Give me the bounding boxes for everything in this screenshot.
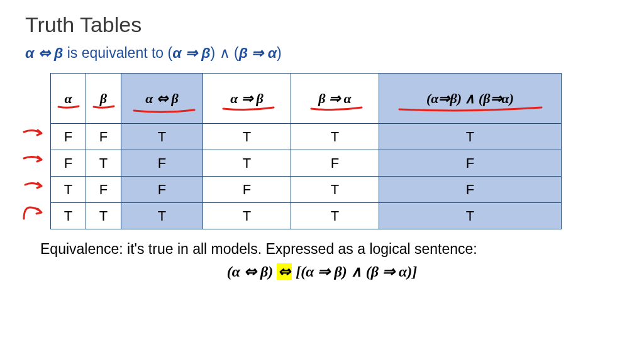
- sym-beta: β: [54, 45, 63, 61]
- table-cell: F: [203, 177, 291, 203]
- col-b-implies-a: β ⇒ α: [291, 74, 379, 124]
- table-row: TFFFTF: [51, 177, 562, 203]
- sym-alpha: α: [25, 45, 34, 61]
- table-cell: F: [86, 124, 121, 150]
- underline-icon: [310, 106, 363, 112]
- footer-text: Equivalence: it's true in all models. Ex…: [40, 241, 619, 258]
- formula-right: [(α ⇒ β) ∧ (β ⇒ α)]: [296, 263, 417, 280]
- table-cell: F: [379, 177, 562, 203]
- text-fragment: ) ∧ (: [211, 45, 239, 61]
- table-row: FFTTTT: [51, 124, 562, 150]
- table-cell: F: [51, 150, 86, 177]
- equivalence-formula: (α ⇔ β) ⇔ [(α ⇒ β) ∧ (β ⇒ α)]: [25, 263, 619, 280]
- sym-implies: ⇒: [252, 45, 264, 61]
- table-cell: T: [379, 124, 562, 150]
- header-label: (α⇒β) ∧ (β⇒α): [426, 90, 514, 106]
- text-fragment: ): [277, 45, 282, 61]
- table-cell: T: [51, 203, 86, 229]
- header-label: α ⇔ β: [145, 90, 178, 106]
- table-cell: F: [121, 150, 203, 177]
- table-cell: T: [121, 124, 203, 150]
- table-cell: T: [121, 203, 203, 229]
- col-a-implies-b: α ⇒ β: [203, 74, 291, 124]
- sym-beta: β: [201, 45, 210, 61]
- underline-icon: [133, 108, 196, 114]
- sym-iff: ⇔: [38, 45, 50, 61]
- col-conjunction: (α⇒β) ∧ (β⇒α): [379, 74, 562, 124]
- col-beta: β: [86, 74, 121, 124]
- header-label: α ⇒ β: [230, 90, 263, 106]
- underline-icon: [398, 106, 543, 113]
- table-cell: F: [86, 177, 121, 203]
- table-cell: T: [86, 150, 121, 177]
- row-arrow-icon: [21, 126, 47, 233]
- page-title: Truth Tables: [25, 13, 619, 37]
- header-label: α: [64, 90, 72, 106]
- table-row: FTFTFF: [51, 150, 562, 177]
- table-cell: T: [379, 203, 562, 229]
- table-cell: T: [203, 150, 291, 177]
- table-cell: T: [291, 203, 379, 229]
- formula-iff-highlight: ⇔: [277, 263, 292, 280]
- table-cell: T: [203, 124, 291, 150]
- table-cell: T: [203, 203, 291, 229]
- col-iff: α ⇔ β: [121, 74, 203, 124]
- table-cell: T: [291, 124, 379, 150]
- table-cell: F: [291, 150, 379, 177]
- header-label: β ⇒ α: [318, 90, 351, 106]
- underline-icon: [222, 106, 275, 112]
- table-cell: F: [379, 150, 562, 177]
- table-cell: F: [51, 124, 86, 150]
- truth-table: α β α ⇔ β α ⇒ β β ⇒ α: [50, 73, 562, 229]
- table-cell: F: [121, 177, 203, 203]
- table-header-row: α β α ⇔ β α ⇒ β β ⇒ α: [51, 74, 562, 124]
- col-alpha: α: [51, 74, 86, 124]
- equivalence-statement: α ⇔ β is equivalent to (α ⇒ β) ∧ (β ⇒ α): [25, 45, 619, 62]
- sym-beta: β: [239, 45, 248, 61]
- sym-implies: ⇒: [186, 45, 197, 61]
- text-fragment: is equivalent to (: [67, 45, 172, 61]
- truth-table-wrap: α β α ⇔ β α ⇒ β β ⇒ α: [50, 73, 619, 229]
- table-cell: T: [86, 203, 121, 229]
- table-cell: T: [291, 177, 379, 203]
- table-row: TTTTTT: [51, 203, 562, 229]
- table-cell: T: [51, 177, 86, 203]
- formula-left: (α ⇔ β): [227, 263, 274, 280]
- sym-alpha: α: [172, 45, 181, 61]
- sym-alpha: α: [268, 45, 277, 61]
- header-label: β: [100, 90, 107, 106]
